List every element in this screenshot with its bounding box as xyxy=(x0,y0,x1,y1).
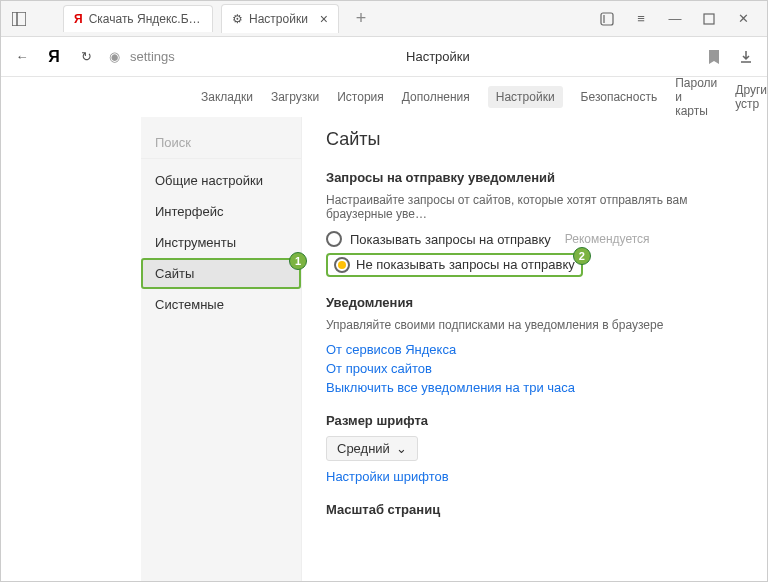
nav-security[interactable]: Безопасность xyxy=(581,90,658,104)
link-font-settings[interactable]: Настройки шрифтов xyxy=(326,469,743,484)
radio-hide-requests[interactable]: Не показывать запросы на отправку 2 xyxy=(326,253,583,277)
tab-label: Настройки xyxy=(249,12,308,26)
sidebar-item-label: Сайты xyxy=(155,266,194,281)
sidebar-item-general[interactable]: Общие настройки xyxy=(141,165,301,196)
sidebar-item-tools[interactable]: Инструменты xyxy=(141,227,301,258)
close-icon[interactable]: ✕ xyxy=(735,11,751,27)
maximize-icon[interactable] xyxy=(701,11,717,27)
back-button[interactable]: ← xyxy=(13,48,31,66)
content-heading: Сайты xyxy=(326,129,743,150)
yandex-logo-icon[interactable]: Я xyxy=(45,48,63,66)
tab-download[interactable]: Я Скачать Яндекс.Браузер д… xyxy=(63,5,213,32)
nav-passwords[interactable]: Пароли и карты xyxy=(675,76,717,118)
fontsize-select[interactable]: Средний ⌄ xyxy=(326,436,418,461)
address-text: settings xyxy=(130,49,175,64)
main: Поиск Общие настройки Интерфейс Инструме… xyxy=(1,117,767,582)
nav-bookmarks[interactable]: Закладки xyxy=(201,90,253,104)
nav-history[interactable]: История xyxy=(337,90,384,104)
radio-icon xyxy=(326,231,342,247)
globe-icon: ◉ xyxy=(109,49,120,64)
yandex-favicon-icon: Я xyxy=(74,12,83,26)
link-mute-3h[interactable]: Выключить все уведомления на три часа xyxy=(326,380,743,395)
callout-badge-2: 2 xyxy=(573,247,591,265)
section-notif-requests-title: Запросы на отправку уведомлений xyxy=(326,170,743,185)
nav-settings[interactable]: Настройки xyxy=(488,86,563,108)
chevron-down-icon: ⌄ xyxy=(396,441,407,456)
sidebar-item-interface[interactable]: Интерфейс xyxy=(141,196,301,227)
tab-label: Скачать Яндекс.Браузер д… xyxy=(89,12,202,26)
svg-rect-0 xyxy=(12,12,26,26)
download-icon[interactable] xyxy=(737,48,755,66)
content: Сайты Запросы на отправку уведомлений На… xyxy=(301,117,767,582)
link-other-sites[interactable]: От прочих сайтов xyxy=(326,361,743,376)
nav-addons[interactable]: Дополнения xyxy=(402,90,470,104)
callout-badge-1: 1 xyxy=(289,252,307,270)
section-zoom-title: Масштаб страниц xyxy=(326,502,743,517)
nav-downloads[interactable]: Загрузки xyxy=(271,90,319,104)
link-yandex-services[interactable]: От сервисов Яндекса xyxy=(326,342,743,357)
section-notifications-title: Уведомления xyxy=(326,295,743,310)
section-notifications-desc: Управляйте своими подписками на уведомле… xyxy=(326,318,743,332)
sidebar-item-system[interactable]: Системные xyxy=(141,289,301,320)
sidebar: Поиск Общие настройки Интерфейс Инструме… xyxy=(141,117,301,582)
nav-other[interactable]: Другие устр xyxy=(735,83,768,111)
gear-icon: ⚙ xyxy=(232,12,243,26)
bookmark-icon[interactable] xyxy=(705,48,723,66)
reader-icon[interactable] xyxy=(599,11,615,27)
settings-nav: Закладки Загрузки История Дополнения Нас… xyxy=(1,77,767,117)
search-input[interactable]: Поиск xyxy=(141,127,301,159)
svg-rect-2 xyxy=(601,13,613,25)
reload-button[interactable]: ↻ xyxy=(77,48,95,66)
tab-settings[interactable]: ⚙ Настройки × xyxy=(221,4,339,33)
new-tab-button[interactable]: + xyxy=(347,5,375,33)
section-notif-requests-desc: Настраивайте запросы от сайтов, которые … xyxy=(326,193,743,221)
address-bar[interactable]: ◉ settings Настройки xyxy=(109,49,691,64)
sidebar-item-sites[interactable]: Сайты 1 xyxy=(141,258,301,289)
radio-show-requests[interactable]: Показывать запросы на отправку Рекоменду… xyxy=(326,231,743,247)
close-icon[interactable]: × xyxy=(320,11,328,27)
radio-label: Не показывать запросы на отправку xyxy=(356,257,575,273)
minimize-icon[interactable]: — xyxy=(667,11,683,27)
menu-icon[interactable]: ≡ xyxy=(633,11,649,27)
page-title: Настройки xyxy=(185,49,691,64)
svg-rect-3 xyxy=(704,14,714,24)
select-value: Средний xyxy=(337,441,390,456)
panels-icon[interactable] xyxy=(11,11,27,27)
radio-label: Показывать запросы на отправку xyxy=(350,232,551,247)
toolbar: ← Я ↻ ◉ settings Настройки xyxy=(1,37,767,77)
titlebar: Я Скачать Яндекс.Браузер д… ⚙ Настройки … xyxy=(1,1,767,37)
radio-hint: Рекомендуется xyxy=(565,232,650,246)
radio-icon xyxy=(334,257,350,273)
section-fontsize-title: Размер шрифта xyxy=(326,413,743,428)
